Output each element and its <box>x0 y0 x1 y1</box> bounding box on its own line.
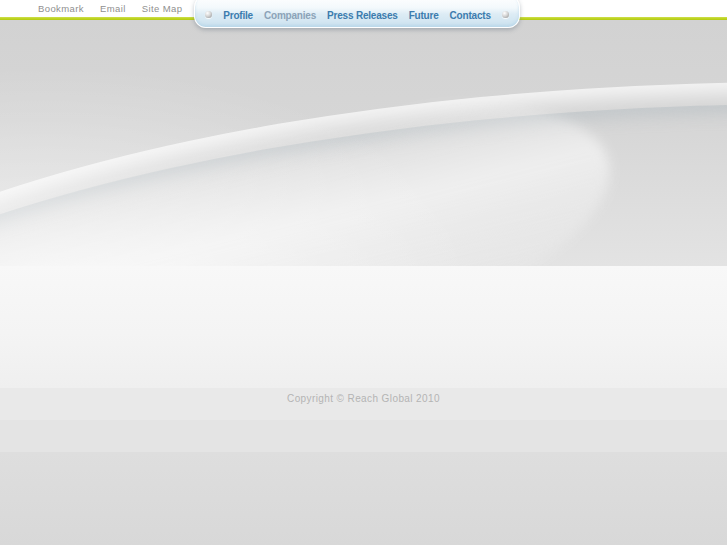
hero-bottom-left-wash <box>0 20 727 266</box>
bookmark-link[interactable]: Bookmark <box>38 3 84 14</box>
copyright-text: Copyright © Reach Global 2010 <box>287 393 440 404</box>
nav-next-sphere-icon[interactable] <box>502 11 509 18</box>
nav-item-companies[interactable]: Companies <box>264 10 316 21</box>
nav-item-press-releases[interactable]: Press Releases <box>327 10 398 21</box>
nav-item-contacts[interactable]: Contacts <box>450 10 491 21</box>
footer-bottom-band <box>0 452 727 545</box>
main-navigation: Profile Companies Press Releases Future … <box>195 0 519 27</box>
nav-item-future[interactable]: Future <box>409 10 439 21</box>
email-link[interactable]: Email <box>100 3 126 14</box>
content-area-empty <box>0 266 727 388</box>
hero-banner-area <box>0 20 727 266</box>
nav-prev-sphere-icon[interactable] <box>205 11 212 18</box>
footer-mid-band <box>0 420 727 452</box>
footer-copyright-band: Copyright © Reach Global 2010 <box>0 388 727 420</box>
sitemap-link[interactable]: Site Map <box>142 3 183 14</box>
utility-links: Bookmark Email Site Map <box>38 3 182 14</box>
nav-item-profile[interactable]: Profile <box>223 10 253 21</box>
page: Bookmark Email Site Map Profile Companie… <box>0 0 727 545</box>
main-navigation-pill: Profile Companies Press Releases Future … <box>194 0 520 28</box>
